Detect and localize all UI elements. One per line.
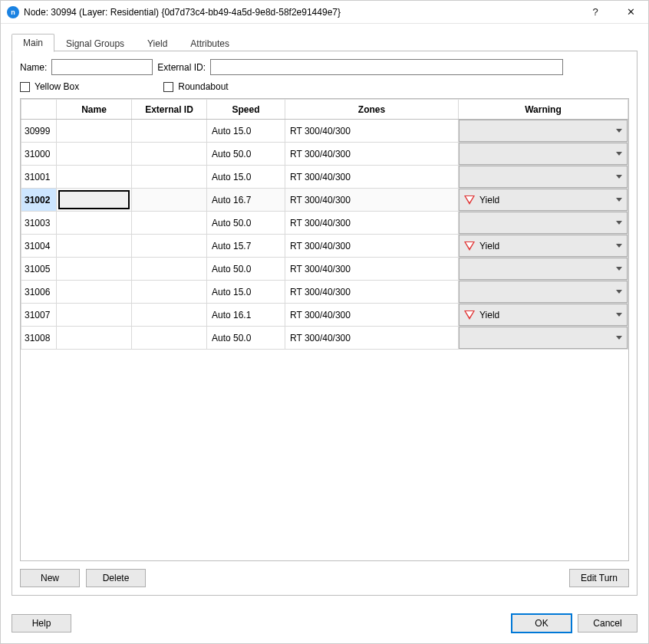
row-warning-cell[interactable]	[459, 258, 628, 281]
row-id-cell[interactable]: 31004	[21, 235, 57, 258]
row-speed-cell[interactable]: Auto 15.7	[207, 235, 285, 258]
row-zones-cell[interactable]: RT 300/40/300	[285, 258, 459, 281]
cancel-button[interactable]: Cancel	[578, 614, 637, 632]
warning-combobox[interactable]: Yield	[459, 235, 628, 257]
row-external-id-cell[interactable]	[132, 166, 207, 189]
row-speed-cell[interactable]: Auto 50.0	[207, 212, 285, 235]
row-name-cell[interactable]	[57, 166, 132, 189]
row-zones-cell[interactable]: RT 300/40/300	[285, 327, 459, 350]
row-speed-cell[interactable]: Auto 16.7	[207, 189, 285, 212]
row-speed-cell[interactable]: Auto 15.0	[207, 281, 285, 304]
row-speed-cell[interactable]: Auto 16.1	[207, 304, 285, 327]
row-external-id-cell[interactable]	[132, 304, 207, 327]
close-button[interactable]: ✕	[613, 1, 648, 24]
table-row[interactable]: 31000Auto 50.0RT 300/40/300	[21, 143, 628, 166]
row-zones-cell[interactable]: RT 300/40/300	[285, 281, 459, 304]
row-warning-cell[interactable]: Yield	[459, 189, 628, 212]
table-row[interactable]: 31007Auto 16.1RT 300/40/300Yield	[21, 304, 628, 327]
row-id-cell[interactable]: 31000	[21, 143, 57, 166]
row-id-cell[interactable]: 31003	[21, 212, 57, 235]
row-external-id-cell[interactable]	[132, 120, 207, 143]
row-name-cell[interactable]	[57, 235, 132, 258]
row-external-id-cell[interactable]	[132, 258, 207, 281]
row-zones-cell[interactable]: RT 300/40/300	[285, 120, 459, 143]
row-speed-cell[interactable]: Auto 50.0	[207, 327, 285, 350]
row-external-id-cell[interactable]	[132, 235, 207, 258]
row-zones-cell[interactable]: RT 300/40/300	[285, 166, 459, 189]
row-external-id-cell[interactable]	[132, 212, 207, 235]
delete-button[interactable]: Delete	[86, 569, 146, 587]
row-external-id-cell[interactable]	[132, 281, 207, 304]
row-name-cell[interactable]	[57, 281, 132, 304]
col-header-id[interactable]	[21, 100, 57, 120]
row-warning-cell[interactable]	[459, 166, 628, 189]
row-warning-cell[interactable]: Yield	[459, 235, 628, 258]
row-id-cell[interactable]: 30999	[21, 120, 57, 143]
ok-button[interactable]: OK	[512, 614, 572, 632]
warning-combobox[interactable]	[459, 327, 628, 349]
row-speed-cell[interactable]: Auto 50.0	[207, 143, 285, 166]
col-header-warning[interactable]: Warning	[459, 100, 628, 120]
warning-combobox[interactable]	[459, 120, 628, 142]
row-warning-cell[interactable]: Yield	[459, 304, 628, 327]
warning-combobox[interactable]	[459, 281, 628, 303]
row-zones-cell[interactable]: RT 300/40/300	[285, 143, 459, 166]
row-name-cell[interactable]	[57, 189, 132, 212]
row-speed-cell[interactable]: Auto 15.0	[207, 166, 285, 189]
external-id-input[interactable]	[210, 59, 563, 75]
row-external-id-cell[interactable]	[132, 189, 207, 212]
row-id-cell[interactable]: 31002	[21, 189, 57, 212]
roundabout-checkbox[interactable]: Roundabout	[163, 81, 228, 92]
row-warning-cell[interactable]	[459, 327, 628, 350]
row-name-cell[interactable]	[57, 143, 132, 166]
table-row[interactable]: 30999Auto 15.0RT 300/40/300	[21, 120, 628, 143]
table-row[interactable]: 31006Auto 15.0RT 300/40/300	[21, 281, 628, 304]
col-header-name[interactable]: Name	[57, 100, 132, 120]
row-speed-cell[interactable]: Auto 50.0	[207, 258, 285, 281]
table-row[interactable]: 31008Auto 50.0RT 300/40/300	[21, 327, 628, 350]
row-id-cell[interactable]: 31006	[21, 281, 57, 304]
edit-turn-button[interactable]: Edit Turn	[569, 569, 629, 587]
row-name-cell[interactable]	[57, 258, 132, 281]
help-button-bottom[interactable]: Help	[12, 614, 71, 632]
help-button[interactable]: ?	[578, 1, 613, 24]
tab-signal-groups[interactable]: Signal Groups	[54, 34, 136, 52]
row-external-id-cell[interactable]	[132, 143, 207, 166]
row-warning-cell[interactable]	[459, 120, 628, 143]
row-id-cell[interactable]: 31001	[21, 166, 57, 189]
tab-main[interactable]: Main	[12, 34, 54, 52]
table-row[interactable]: 31001Auto 15.0RT 300/40/300	[21, 166, 628, 189]
tab-attributes[interactable]: Attributes	[179, 34, 241, 52]
col-header-speed[interactable]: Speed	[207, 100, 285, 120]
row-warning-cell[interactable]	[459, 281, 628, 304]
name-input[interactable]	[51, 59, 153, 75]
row-zones-cell[interactable]: RT 300/40/300	[285, 212, 459, 235]
row-warning-cell[interactable]	[459, 212, 628, 235]
row-name-cell[interactable]	[57, 120, 132, 143]
col-header-zones[interactable]: Zones	[285, 100, 459, 120]
row-id-cell[interactable]: 31008	[21, 327, 57, 350]
row-zones-cell[interactable]: RT 300/40/300	[285, 304, 459, 327]
table-row[interactable]: 31003Auto 50.0RT 300/40/300	[21, 212, 628, 235]
table-row[interactable]: 31004Auto 15.7RT 300/40/300Yield	[21, 235, 628, 258]
table-row[interactable]: 31005Auto 50.0RT 300/40/300	[21, 258, 628, 281]
yellow-box-checkbox[interactable]: Yellow Box	[20, 81, 79, 92]
table-row[interactable]: 31002Auto 16.7RT 300/40/300Yield	[21, 189, 628, 212]
warning-combobox[interactable]	[459, 258, 628, 280]
warning-combobox[interactable]	[459, 166, 628, 188]
row-id-cell[interactable]: 31005	[21, 258, 57, 281]
row-id-cell[interactable]: 31007	[21, 304, 57, 327]
row-name-cell[interactable]	[57, 304, 132, 327]
row-warning-cell[interactable]	[459, 143, 628, 166]
row-zones-cell[interactable]: RT 300/40/300	[285, 235, 459, 258]
row-name-cell[interactable]	[57, 212, 132, 235]
warning-combobox[interactable]: Yield	[459, 189, 628, 211]
warning-combobox[interactable]	[459, 212, 628, 234]
row-external-id-cell[interactable]	[132, 327, 207, 350]
row-name-cell[interactable]	[57, 327, 132, 350]
row-zones-cell[interactable]: RT 300/40/300	[285, 189, 459, 212]
col-header-external-id[interactable]: External ID	[132, 100, 207, 120]
new-button[interactable]: New	[20, 569, 80, 587]
warning-combobox[interactable]	[459, 143, 628, 165]
tab-yield[interactable]: Yield	[136, 34, 179, 52]
